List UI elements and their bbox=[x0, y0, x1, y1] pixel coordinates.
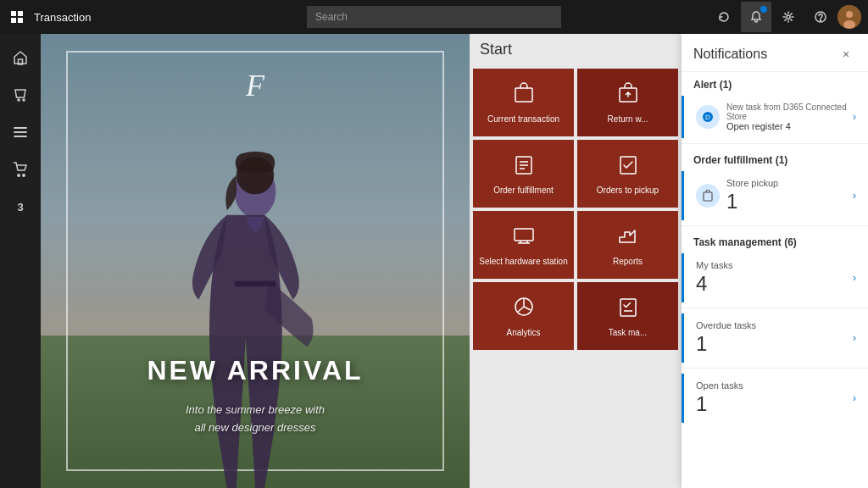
svg-rect-1 bbox=[18, 11, 23, 16]
tile-return[interactable]: Return w... bbox=[577, 69, 678, 136]
svg-point-9 bbox=[843, 20, 855, 29]
svg-point-8 bbox=[846, 11, 853, 18]
svg-text:D: D bbox=[705, 114, 710, 121]
order-item-chevron: › bbox=[853, 190, 856, 202]
order-count-label: Store pickup bbox=[726, 178, 853, 188]
svg-point-16 bbox=[18, 175, 19, 176]
alert-item[interactable]: D New task from D365 Connected Store Ope… bbox=[682, 96, 868, 138]
refresh-button[interactable] bbox=[709, 2, 739, 32]
divider-1 bbox=[682, 143, 868, 144]
tile-task-management-label: Task ma... bbox=[605, 327, 651, 338]
sidebar: 3 bbox=[0, 34, 41, 488]
open-tasks-chevron: › bbox=[853, 392, 856, 404]
svg-point-6 bbox=[821, 20, 821, 21]
divider-3 bbox=[682, 308, 868, 308]
svg-rect-3 bbox=[18, 18, 23, 23]
analytics-icon bbox=[512, 295, 536, 324]
svg-rect-34 bbox=[704, 192, 712, 201]
notifications-close-button[interactable]: × bbox=[836, 44, 856, 64]
notifications-button[interactable] bbox=[741, 2, 771, 32]
hero-subtitle: Into the summer breeze withall new desig… bbox=[41, 402, 470, 437]
hero-logo: F bbox=[246, 68, 264, 103]
svg-rect-21 bbox=[515, 88, 532, 102]
order-count-content: Store pickup 1 bbox=[726, 178, 853, 214]
help-button[interactable] bbox=[805, 2, 836, 32]
overdue-tasks-label: Overdue tasks bbox=[696, 320, 853, 330]
user-avatar[interactable] bbox=[837, 5, 861, 29]
notifications-title: Notifications bbox=[693, 47, 767, 62]
sidebar-badge-label: 3 bbox=[17, 201, 23, 214]
app-title: Transaction bbox=[34, 11, 91, 24]
svg-point-17 bbox=[23, 175, 25, 176]
task-section-header: Task management (6) bbox=[682, 230, 868, 252]
svg-rect-0 bbox=[11, 11, 16, 16]
app-icon[interactable] bbox=[0, 0, 34, 34]
hero-area: F bbox=[41, 34, 470, 488]
return-icon bbox=[616, 81, 640, 110]
hero-title: NEW ARRIVAL bbox=[41, 355, 470, 386]
sidebar-item-cart[interactable] bbox=[3, 152, 37, 186]
overdue-tasks-item[interactable]: Overdue tasks 1 › bbox=[682, 313, 868, 363]
tile-select-hardware[interactable]: Select hardware station bbox=[473, 211, 574, 279]
sidebar-item-menu[interactable] bbox=[3, 115, 37, 149]
reports-icon bbox=[616, 224, 640, 252]
my-tasks-label: My tasks bbox=[696, 260, 853, 270]
topbar-actions bbox=[709, 2, 868, 32]
alert-item-icon: D bbox=[696, 105, 720, 129]
svg-point-4 bbox=[787, 15, 790, 19]
my-tasks-item[interactable]: My tasks 4 › bbox=[682, 253, 868, 302]
open-tasks-content: Open tasks 1 bbox=[696, 380, 853, 416]
orders-to-pickup-icon bbox=[616, 152, 640, 181]
alert-item-text: Open register 4 bbox=[726, 121, 853, 131]
tile-orders-to-pickup[interactable]: Orders to pickup bbox=[577, 140, 678, 208]
hero-person-image bbox=[145, 149, 365, 488]
sidebar-item-products[interactable] bbox=[3, 78, 37, 112]
svg-rect-30 bbox=[620, 299, 636, 316]
search-container bbox=[307, 6, 561, 28]
alert-section-header: Alert (1) bbox=[682, 72, 868, 94]
hero-background: F bbox=[41, 34, 470, 488]
tile-orders-to-pickup-label: Orders to pickup bbox=[593, 185, 662, 196]
notifications-header: Notifications × bbox=[682, 34, 868, 72]
alert-item-content: New task from D365 Connected Store Open … bbox=[726, 103, 853, 131]
overdue-tasks-chevron: › bbox=[853, 332, 856, 344]
search-input[interactable] bbox=[307, 6, 561, 28]
sidebar-item-badge[interactable]: 3 bbox=[3, 190, 37, 224]
tile-order-fulfillment[interactable]: Order fulfillment bbox=[473, 140, 574, 208]
settings-button[interactable] bbox=[773, 2, 804, 32]
tile-current-transaction[interactable]: Current transaction bbox=[473, 69, 574, 136]
divider-2 bbox=[682, 225, 868, 226]
tile-analytics[interactable]: Analytics bbox=[473, 282, 574, 350]
tiles-grid: Current transaction Return w... bbox=[470, 65, 682, 353]
tile-return-label: Return w... bbox=[604, 114, 652, 125]
open-tasks-label: Open tasks bbox=[696, 380, 853, 391]
tile-reports[interactable]: Reports bbox=[577, 211, 678, 279]
notifications-panel: Notifications × Alert (1) D New task fro… bbox=[682, 34, 868, 488]
svg-rect-28 bbox=[515, 229, 533, 241]
overdue-tasks-content: Overdue tasks 1 bbox=[696, 320, 853, 356]
main-layout: 3 F bbox=[0, 34, 868, 488]
tile-reports-label: Reports bbox=[609, 256, 646, 267]
alert-item-source: New task from D365 Connected Store bbox=[726, 103, 853, 121]
tile-order-fulfillment-label: Order fulfillment bbox=[490, 185, 557, 196]
hardware-icon bbox=[512, 224, 536, 252]
topbar: Transaction bbox=[0, 0, 868, 34]
svg-rect-2 bbox=[11, 18, 16, 23]
tile-analytics-label: Analytics bbox=[503, 327, 543, 338]
open-tasks-count: 1 bbox=[696, 392, 853, 416]
order-item-icon bbox=[696, 184, 720, 208]
svg-rect-20 bbox=[235, 281, 276, 287]
sidebar-item-home[interactable] bbox=[3, 41, 37, 75]
my-tasks-content: My tasks 4 bbox=[696, 260, 853, 296]
start-header: Start bbox=[470, 34, 682, 65]
shopping-bag-icon bbox=[512, 81, 536, 110]
open-tasks-item[interactable]: Open tasks 1 › bbox=[682, 374, 868, 423]
start-panel: Start Current transaction bbox=[470, 34, 682, 488]
alert-item-chevron: › bbox=[853, 111, 856, 123]
order-fulfillment-item[interactable]: Store pickup 1 › bbox=[682, 171, 868, 220]
overdue-tasks-count: 1 bbox=[696, 332, 853, 356]
tile-select-hardware-label: Select hardware station bbox=[476, 256, 571, 267]
tile-task-management[interactable]: Task ma... bbox=[577, 282, 678, 350]
svg-point-11 bbox=[18, 99, 19, 101]
order-section-header: Order fulfillment (1) bbox=[682, 147, 868, 169]
